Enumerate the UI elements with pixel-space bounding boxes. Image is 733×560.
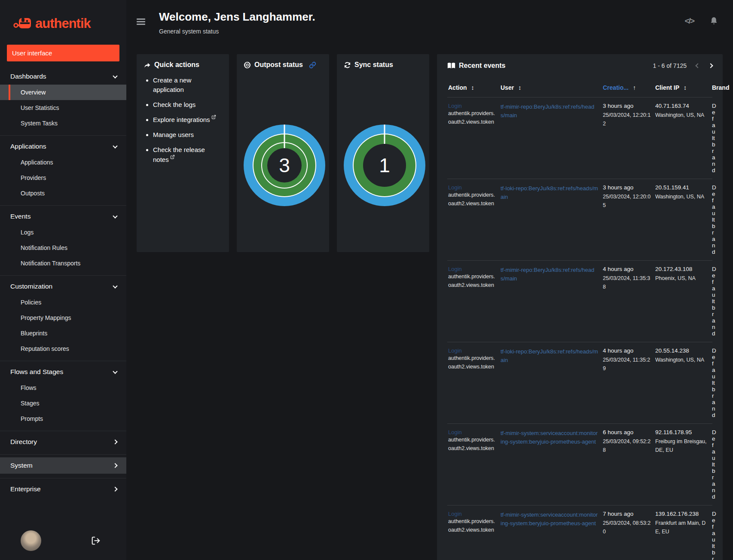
pagination-top: 1 - 6 of 7125 — [653, 62, 712, 69]
column-header-action[interactable]: Action↕ — [448, 84, 496, 91]
sidebar-section-enterprise[interactable]: Enterprise — [0, 481, 126, 497]
sort-icon: ↕ — [684, 84, 687, 91]
sidebar-item-logs[interactable]: Logs — [0, 225, 126, 240]
event-action-cell: Loginauthentik.providers.oauth2.views.to… — [448, 184, 496, 255]
event-action-link[interactable]: Login — [448, 184, 496, 191]
event-user-cell: tf-loki-repo:BeryJu/k8s:ref:refs/heads/m… — [501, 347, 599, 418]
column-header-user[interactable]: User↕ — [501, 84, 599, 91]
sidebar-section-directory[interactable]: Directory — [0, 434, 126, 450]
column-header-brand[interactable]: Brand↕ — [712, 84, 733, 91]
event-time-absolute: 25/03/2024, 09:52:28 — [603, 437, 651, 454]
column-label: Action — [448, 84, 467, 91]
sidebar-section-events[interactable]: Events — [0, 208, 126, 225]
column-header-client-ip[interactable]: Client IP↕ — [655, 84, 708, 91]
event-action-link[interactable]: Login — [448, 266, 496, 272]
quick-action-label: Explore integrations — [153, 116, 210, 123]
quick-action-link[interactable]: Check the release notes — [153, 145, 222, 164]
logout-icon[interactable] — [91, 536, 101, 545]
sidebar-item-notification-rules[interactable]: Notification Rules — [0, 240, 126, 256]
sidebar-group: ApplicationsApplicationsProvidersOutpost… — [0, 136, 126, 206]
sidebar-item-prompts[interactable]: Prompts — [0, 411, 126, 426]
sidebar-item-providers[interactable]: Providers — [0, 170, 126, 186]
main-content: Welcome, Jens Langhammer. General system… — [126, 0, 733, 560]
event-brand-cell: Default brand — [712, 184, 716, 255]
event-brand-cell: Default brand — [712, 103, 716, 173]
event-brand-cell: Default brand — [712, 429, 716, 500]
quick-action-link[interactable]: Explore integrations — [153, 115, 222, 125]
event-client-ip-cell: 20.172.43.108Phoenix, US, NA — [655, 266, 708, 337]
event-action-link[interactable]: Login — [448, 347, 496, 354]
sidebar-item-notification-transports[interactable]: Notification Transports — [0, 256, 126, 271]
quick-action-link[interactable]: Manage users — [153, 130, 222, 140]
event-user-link[interactable]: tf-mimir-system:serviceaccount:monitorin… — [501, 429, 599, 446]
chevron-right-icon[interactable] — [708, 63, 713, 68]
sidebar-group: DashboardsOverviewUser StatisticsSystem … — [0, 66, 126, 136]
sidebar-nav: DashboardsOverviewUser StatisticsSystem … — [0, 66, 126, 521]
column-label: Client IP — [655, 84, 679, 91]
sidebar-item-outposts[interactable]: Outposts — [0, 186, 126, 201]
event-action-app: authentik.providers.oauth2.views.token — [448, 517, 496, 534]
sidebar-section-system[interactable]: System — [0, 457, 126, 474]
user-interface-button[interactable]: User interface — [7, 45, 119, 61]
event-user-link[interactable]: tf-mimir-repo:BeryJu/k8s:ref:refs/heads/… — [501, 266, 599, 283]
sidebar-item-policies[interactable]: Policies — [0, 295, 126, 310]
sidebar-item-overview[interactable]: Overview — [0, 85, 126, 100]
event-brand-cell: Default brand — [712, 266, 716, 337]
sidebar-section-flows-and-stages[interactable]: Flows and Stages — [0, 364, 126, 380]
event-created-cell: 4 hours ago25/03/2024, 11:35:29 — [603, 347, 651, 418]
event-user-link[interactable]: tf-loki-repo:BeryJu/k8s:ref:refs/heads/m… — [501, 184, 599, 201]
event-created-cell: 4 hours ago25/03/2024, 11:35:38 — [603, 266, 651, 337]
event-action-cell: Loginauthentik.providers.oauth2.views.to… — [448, 429, 496, 500]
event-client-ip-cell: 92.116.178.95Freiburg im Breisgau, DE, E… — [655, 429, 708, 500]
sync-status-donut: 1 — [344, 125, 425, 206]
sidebar-item-property-mappings[interactable]: Property Mappings — [0, 310, 126, 326]
event-row: Loginauthentik.providers.oauth2.views.to… — [447, 260, 712, 342]
event-created-cell: 3 hours ago25/03/2024, 12:20:12 — [603, 103, 651, 173]
authentik-logo-icon — [13, 15, 33, 32]
sort-asc-icon: ↑ — [633, 84, 636, 91]
chevron-left-icon[interactable] — [695, 63, 700, 68]
link-icon[interactable] — [309, 61, 316, 69]
event-user-link[interactable]: tf-mimir-system:serviceaccount:monitorin… — [501, 511, 599, 528]
event-brand-cell: Default brand — [712, 511, 716, 560]
sidebar-section-applications[interactable]: Applications — [0, 138, 126, 155]
column-header-creatio-[interactable]: Creatio...↑ — [603, 84, 651, 91]
event-user-link[interactable]: tf-mimir-repo:BeryJu/k8s:ref:refs/heads/… — [501, 103, 599, 120]
quick-action-link[interactable]: Check the logs — [153, 100, 222, 110]
logo[interactable]: authentik — [0, 0, 126, 34]
event-row: Loginauthentik.providers.oauth2.views.to… — [447, 179, 712, 260]
event-brand: Default brand — [712, 266, 716, 337]
event-brand: Default brand — [712, 511, 716, 560]
sidebar-item-stages[interactable]: Stages — [0, 396, 126, 411]
event-time-absolute: 25/03/2024, 11:35:38 — [603, 274, 651, 291]
menu-icon[interactable] — [137, 17, 145, 26]
sidebar-item-flows[interactable]: Flows — [0, 380, 126, 396]
event-action-link[interactable]: Login — [448, 511, 496, 517]
sidebar-section-customization[interactable]: Customization — [0, 278, 126, 295]
sidebar-item-applications[interactable]: Applications — [0, 155, 126, 170]
event-time-absolute: 25/03/2024, 12:20:05 — [603, 192, 651, 210]
sidebar-item-blueprints[interactable]: Blueprints — [0, 326, 126, 341]
event-user-cell: tf-mimir-repo:BeryJu/k8s:ref:refs/heads/… — [501, 266, 599, 337]
event-action-cell: Loginauthentik.providers.oauth2.views.to… — [448, 266, 496, 337]
sidebar-section-dashboards[interactable]: Dashboards — [0, 68, 126, 85]
column-label: Creatio... — [603, 84, 629, 91]
event-user-link[interactable]: tf-loki-repo:BeryJu/k8s:ref:refs/heads/m… — [501, 347, 599, 365]
api-code-icon[interactable]: </> — [685, 16, 694, 26]
bell-icon[interactable] — [709, 16, 718, 26]
event-action-link[interactable]: Login — [448, 429, 496, 435]
quick-action-label: Check the logs — [153, 101, 195, 108]
event-action-link[interactable]: Login — [448, 103, 496, 109]
event-row: Loginauthentik.providers.oauth2.views.to… — [447, 342, 712, 423]
quick-action-link[interactable]: Create a new application — [153, 76, 222, 94]
avatar[interactable] — [21, 530, 41, 551]
event-user-cell: tf-mimir-system:serviceaccount:monitorin… — [501, 511, 599, 560]
sidebar-group: Enterprise — [0, 478, 126, 502]
authentik-admin-dashboard: authentik User interface DashboardsOverv… — [0, 0, 733, 560]
event-action-cell: Loginauthentik.providers.oauth2.views.to… — [448, 103, 496, 173]
event-time-absolute: 25/03/2024, 08:53:20 — [603, 519, 651, 536]
sidebar-item-reputation-scores[interactable]: Reputation scores — [0, 341, 126, 356]
event-action-app: authentik.providers.oauth2.views.token — [448, 435, 496, 453]
sidebar-item-system-tasks[interactable]: System Tasks — [0, 116, 126, 131]
sidebar-item-user-statistics[interactable]: User Statistics — [0, 100, 126, 116]
